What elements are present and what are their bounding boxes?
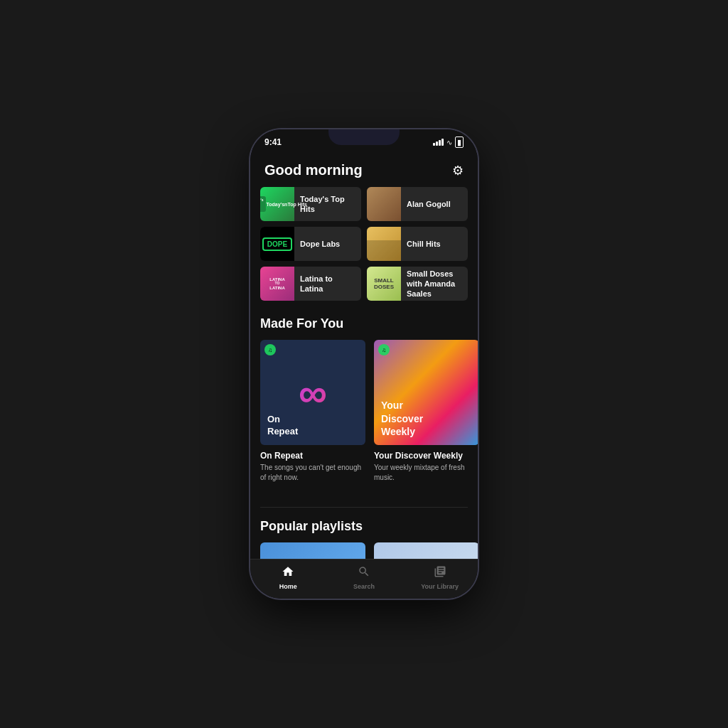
quick-item-latina[interactable]: LATINA TO LATINA Latina to Latina: [260, 267, 361, 301]
nav-label-home: Home: [279, 583, 297, 590]
nav-item-home[interactable]: Home: [267, 565, 309, 590]
quick-label-alan-gogoll: Alan Gogoll: [401, 199, 456, 209]
popular-playlists-scroll[interactable]: Feelin'Good Pumped Pop: [250, 542, 478, 559]
quick-item-alan-gogoll[interactable]: Alan Gogoll: [367, 187, 468, 221]
bottom-nav: Home Search Your Library: [250, 559, 478, 599]
signal-bars-icon: [433, 139, 444, 146]
pop-card-feelin-good[interactable]: Feelin'Good: [260, 542, 365, 559]
quick-item-today-top-hits[interactable]: Today'sTop Hits Today's Top Hits: [260, 187, 361, 221]
wifi-icon: ∿: [446, 139, 452, 146]
feelin-good-bg: Feelin'Good: [260, 542, 365, 559]
on-repeat-card-text: OnRepeat: [267, 414, 298, 438]
header: Good morning ⚙: [250, 151, 478, 187]
thumbnail-alan-gogoll: [367, 187, 401, 221]
spotify-logo-on-repeat: ♫: [264, 344, 276, 355]
quick-grid: Today'sTop Hits Today's Top Hits Alan Go…: [250, 187, 478, 301]
signal-bar-4: [441, 139, 444, 146]
nav-label-library: Your Library: [421, 583, 459, 590]
made-for-you-title: Made For You: [260, 316, 468, 331]
discover-weekly-card-title: Your Discover Weekly: [374, 451, 478, 461]
on-repeat-card-desc: The songs you can't get enough of right …: [260, 463, 365, 483]
quick-label-latina: Latina to Latina: [294, 274, 361, 294]
status-time: 9:41: [264, 137, 282, 147]
thumbnail-chill-hits: [367, 227, 401, 261]
signal-bar-1: [433, 143, 435, 146]
main-content: Good morning ⚙ Today'sTop Hits Today's T…: [250, 151, 478, 559]
card-discover-weekly[interactable]: ♫ YourDiscoverWeekly Your Discover Weekl…: [374, 340, 478, 493]
thumbnail-dope-labs: DOPE: [260, 227, 294, 261]
discover-weekly-card-desc: Your weekly mixtape of fresh music.: [374, 463, 478, 483]
settings-icon[interactable]: ⚙: [452, 163, 464, 178]
made-for-you-section: Made For You ♫ ∞ OnRepeat On Repeat The …: [250, 305, 478, 496]
signal-bar-2: [436, 141, 438, 146]
page-title: Good morning: [264, 162, 363, 178]
thumbnail-latina: LATINA TO LATINA: [260, 267, 294, 301]
infinity-symbol: ∞: [299, 370, 327, 416]
card-on-repeat[interactable]: ♫ ∞ OnRepeat On Repeat The songs you can…: [260, 340, 365, 493]
nav-item-library[interactable]: Your Library: [419, 565, 461, 590]
nav-label-search: Search: [353, 583, 375, 590]
search-icon: [358, 565, 370, 582]
made-for-you-scroll[interactable]: ♫ ∞ OnRepeat On Repeat The songs you can…: [250, 340, 478, 496]
signal-bar-3: [439, 140, 441, 146]
quick-item-dope-labs[interactable]: DOPE Dope Labs: [260, 227, 361, 261]
nav-item-search[interactable]: Search: [343, 565, 385, 590]
pop-card-pumped-pop[interactable]: Pumped Pop: [374, 542, 478, 559]
notch: [328, 129, 400, 145]
phone-screen: 9:41 ∿ ▮ Good morning ⚙: [250, 129, 478, 599]
pumped-pop-image: Pumped Pop: [374, 542, 478, 559]
discover-weekly-image: ♫ YourDiscoverWeekly: [374, 340, 478, 445]
quick-label-chill-hits: Chill Hits: [401, 239, 446, 249]
thumbnail-today-top-hits: Today'sTop Hits: [260, 187, 294, 221]
home-icon: [282, 565, 294, 582]
on-repeat-card-title: On Repeat: [260, 451, 365, 461]
spotify-logo-discover: ♫: [378, 344, 390, 355]
feelin-good-image: Feelin'Good: [260, 542, 365, 559]
quick-item-chill-hits[interactable]: Chill Hits: [367, 227, 468, 261]
on-repeat-image: ♫ ∞ OnRepeat: [260, 340, 365, 445]
quick-label-small-doses: Small Doses with Amanda Saales: [401, 269, 468, 299]
battery-icon: ▮: [455, 136, 464, 148]
phone-frame: 9:41 ∿ ▮ Good morning ⚙: [250, 129, 478, 599]
status-icons: ∿ ▮: [433, 136, 464, 148]
popular-playlists-title: Popular playlists: [260, 519, 468, 534]
quick-label-dope-labs: Dope Labs: [294, 239, 346, 249]
quick-item-small-doses[interactable]: SMALLDOSES Small Doses with Amanda Saale…: [367, 267, 468, 301]
thumbnail-small-doses: SMALLDOSES: [367, 267, 401, 301]
popular-playlists-section: Popular playlists Feelin'Good: [250, 508, 478, 559]
pumped-pop-bg: Pumped Pop: [374, 542, 478, 559]
discover-text: YourDiscoverWeekly: [381, 399, 423, 438]
library-icon: [434, 565, 446, 582]
